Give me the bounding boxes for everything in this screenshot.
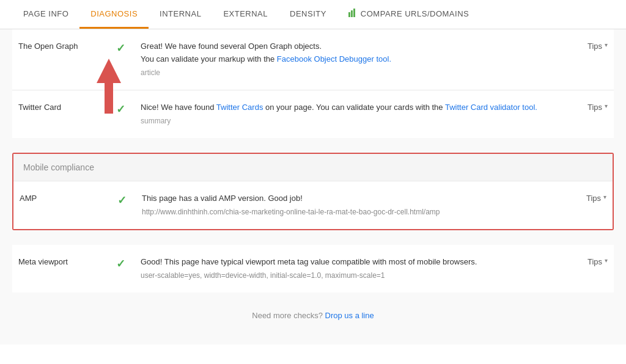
tips-chevron-icon: ▾	[605, 42, 608, 48]
tab-internal[interactable]: INTERNAL	[149, 1, 212, 29]
tab-page-info[interactable]: PAGE INFO	[12, 1, 79, 29]
tab-compare[interactable]: COMPARE URLS/DOMAINS	[337, 0, 480, 29]
amp-row: AMP ✓ This page has a valid AMP version.…	[13, 181, 613, 229]
open-graph-sublabel: article	[141, 67, 559, 79]
twitter-card-status-icon: ✓	[116, 101, 141, 116]
facebook-debugger-link[interactable]: Facebook Object Debugger tool.	[277, 54, 391, 64]
twitter-card-tips-button[interactable]: Tips ▾	[559, 101, 608, 112]
meta-viewport-url-label: user-scalable=yes, width=device-width, i…	[141, 270, 559, 282]
twitter-card-row: Twitter Card ✓ Nice! We have found Twitt…	[12, 90, 614, 138]
tips-chevron-icon: ▾	[605, 257, 608, 264]
twitter-card-validator-link[interactable]: Twitter Card validator tool.	[445, 103, 537, 112]
checkmark-icon: ✓	[116, 257, 125, 271]
content-area: The Open Graph ✓ Great! We have found se…	[0, 29, 626, 344]
tab-external[interactable]: EXTERNAL	[212, 1, 279, 29]
amp-tips-button[interactable]: Tips ▾	[558, 192, 606, 203]
meta-viewport-description: Good! This page have typical viewport me…	[141, 256, 559, 282]
tab-density[interactable]: DENSITY	[279, 1, 337, 29]
bar-chart-icon	[348, 9, 357, 19]
meta-viewport-row: Meta viewport ✓ Good! This page have typ…	[12, 245, 614, 293]
drop-us-a-line-link[interactable]: Drop us a line	[325, 311, 374, 320]
open-graph-row: The Open Graph ✓ Great! We have found se…	[12, 29, 614, 90]
open-graph-status-icon: ✓	[116, 40, 141, 55]
meta-viewport-tips-button[interactable]: Tips ▾	[559, 256, 608, 266]
footer-note: Need more checks? Drop us a line	[12, 293, 614, 332]
open-graph-description: Great! We have found several Open Graph …	[141, 40, 559, 79]
checkmark-icon: ✓	[116, 42, 125, 55]
twitter-card-sublabel: summary	[141, 115, 559, 127]
open-graph-label: The Open Graph	[18, 40, 116, 51]
tips-chevron-icon: ▾	[603, 194, 606, 200]
amp-status-icon: ✓	[117, 192, 142, 207]
open-graph-tips-button[interactable]: Tips ▾	[559, 40, 608, 51]
svg-rect-1	[351, 10, 353, 17]
nav-tabs: PAGE INFO DIAGNOSIS INTERNAL EXTERNAL DE…	[0, 0, 626, 29]
mobile-compliance-header: Mobile compliance	[13, 154, 613, 181]
page-wrapper: PAGE INFO DIAGNOSIS INTERNAL EXTERNAL DE…	[0, 0, 626, 344]
tab-diagnosis[interactable]: DIAGNOSIS	[79, 1, 149, 29]
meta-viewport-status-icon: ✓	[116, 256, 141, 271]
svg-rect-2	[353, 9, 355, 17]
svg-rect-0	[348, 12, 350, 17]
tips-chevron-icon: ▾	[605, 103, 608, 109]
twitter-cards-link[interactable]: Twitter Cards	[216, 103, 263, 112]
checkmark-icon: ✓	[116, 103, 125, 116]
top-rows-group: The Open Graph ✓ Great! We have found se…	[12, 29, 614, 138]
checkmark-icon: ✓	[117, 194, 127, 207]
amp-label: AMP	[20, 192, 117, 203]
twitter-card-description: Nice! We have found Twitter Cards on you…	[141, 101, 559, 127]
mobile-compliance-section: Mobile compliance AMP ✓ This page has a …	[12, 153, 614, 230]
twitter-card-label: Twitter Card	[18, 101, 116, 112]
amp-url-label: http://www.dinhthinh.com/chia-se-marketi…	[142, 206, 558, 218]
meta-viewport-label: Meta viewport	[18, 256, 116, 266]
bottom-rows-group: Meta viewport ✓ Good! This page have typ…	[12, 245, 614, 293]
amp-description: This page has a valid AMP version. Good …	[142, 192, 558, 218]
